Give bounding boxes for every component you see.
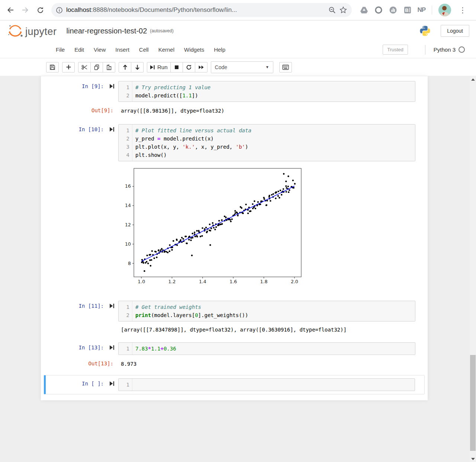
menubar-items: FileEditViewInsertCellKernelWidgetsHelp <box>51 44 230 55</box>
code-editor[interactable]: 12# Try predicting 1 valuemodel.predict(… <box>118 81 415 102</box>
cell-type-value: Code <box>215 64 227 70</box>
drive-extension-icon[interactable] <box>359 5 369 15</box>
jupyter-logo[interactable]: jupyter <box>7 23 57 38</box>
code-editor[interactable]: 17.83*1.1+0.36 <box>118 342 415 355</box>
page-info-icon[interactable] <box>54 4 65 16</box>
menubar-separator <box>425 45 425 55</box>
restart-kernel-button[interactable] <box>183 62 195 72</box>
menu-item-kernel[interactable]: Kernel <box>154 44 179 55</box>
stop-icon <box>174 65 179 70</box>
scroll-down-arrow[interactable] <box>470 456 476 462</box>
code-cell-1[interactable]: In [10]:1234# Plot fitted line versus ac… <box>41 124 428 161</box>
code-editor[interactable]: 1234# Plot fitted line versus actual dat… <box>118 124 415 161</box>
circle-extension-icon[interactable] <box>374 5 383 15</box>
interrupt-kernel-button[interactable] <box>170 62 183 72</box>
code-line: plt.plot(x, y, 'k.', x, y_pred, 'b') <box>135 143 412 151</box>
menu-item-view[interactable]: View <box>89 44 110 55</box>
code-editor[interactable]: 12# Get trained weightsprint(model.layer… <box>118 301 415 322</box>
add-cell-button[interactable] <box>62 62 75 72</box>
code-cell-4[interactable]: In [ ]:1 <box>44 375 425 394</box>
code-cell-0[interactable]: In [9]:12# Try predicting 1 valuemodel.p… <box>41 81 428 102</box>
address-bar[interactable]: localhost:8888/notebooks/Documents/Pytho… <box>51 3 352 17</box>
chevron-down-icon: ▼ <box>266 65 269 69</box>
keyboard-icon <box>282 65 289 70</box>
paste-icon <box>106 64 112 70</box>
line-number-gutter: 1234 <box>119 125 132 161</box>
prompt-column: In [9]: <box>41 83 118 89</box>
zoom-out-icon[interactable] <box>327 4 338 16</box>
notebook-toolbar: Run Code ▼ <box>0 58 476 76</box>
np-extension-label[interactable]: NP <box>417 6 425 14</box>
restart-run-all-button[interactable] <box>195 62 208 72</box>
menu-item-edit[interactable]: Edit <box>70 44 89 55</box>
cut-cell-button[interactable] <box>78 62 91 72</box>
notebook-container: In [9]:12# Try predicting 1 valuemodel.p… <box>41 76 428 400</box>
bookmark-star-icon[interactable] <box>338 4 349 16</box>
prompt-column: In [11]: <box>41 303 118 309</box>
output-text: [array([[7.8347898]], dtype=float32), ar… <box>118 325 347 334</box>
menu-item-help[interactable]: Help <box>209 44 230 55</box>
output-area: [array([[7.8347898]], dtype=float32), ar… <box>41 325 428 334</box>
line-number-gutter: 1 <box>119 343 132 355</box>
code-line: # Plot fitted line versus actual data <box>135 126 412 135</box>
prompt-column: In [10]: <box>41 126 118 132</box>
cell-type-dropdown[interactable]: Code ▼ <box>211 61 273 73</box>
run-icon <box>150 65 155 70</box>
svg-text:1.4: 1.4 <box>199 279 206 284</box>
run-cell-icon[interactable] <box>110 345 115 350</box>
browser-reload-button[interactable] <box>33 3 47 17</box>
scissors-icon <box>81 64 88 70</box>
code-cell-2[interactable]: In [11]:12# Get trained weightsprint(mod… <box>41 301 428 322</box>
paste-cell-button[interactable] <box>103 62 115 72</box>
vertical-scrollbar[interactable] <box>470 76 476 462</box>
scroll-up-arrow[interactable] <box>470 76 476 83</box>
notebook-site: In [9]:12# Try predicting 1 valuemodel.p… <box>0 76 470 462</box>
extensions-area: B NP ⋮ <box>356 4 472 16</box>
browser-back-button[interactable] <box>4 3 17 17</box>
code-content: # Get trained weightsprint(model.layers[… <box>132 301 415 321</box>
move-cell-up-button[interactable] <box>119 62 131 72</box>
run-cell-icon[interactable] <box>110 381 115 386</box>
stats-extension-icon[interactable] <box>388 5 398 15</box>
run-cell-icon[interactable] <box>110 84 115 89</box>
copy-cell-button[interactable] <box>90 62 103 72</box>
kernel-status-icon <box>459 46 465 53</box>
arrow-up-icon <box>122 64 128 70</box>
scrollbar-thumb[interactable] <box>470 355 476 451</box>
menu-item-cell[interactable]: Cell <box>134 44 154 55</box>
menu-item-widgets[interactable]: Widgets <box>179 44 209 55</box>
code-line: # Try predicting 1 value <box>135 83 412 91</box>
notebook-menubar: FileEditViewInsertCellKernelWidgetsHelp … <box>0 41 476 58</box>
trusted-badge[interactable]: Trusted <box>383 45 408 55</box>
jupyter-header: jupyter linear-regression-test-02 (autos… <box>0 20 476 41</box>
svg-text:2.0: 2.0 <box>291 279 298 284</box>
run-cell-icon[interactable] <box>110 127 115 132</box>
run-button-label: Run <box>157 64 168 70</box>
jupyter-logo-icon <box>7 23 24 38</box>
url-text[interactable]: localhost:8888/notebooks/Documents/Pytho… <box>65 6 327 14</box>
output-text: array([[8.98136]], dtype=float32) <box>118 106 224 115</box>
command-palette-button[interactable] <box>279 62 292 72</box>
jupyter-wordmark: jupyter <box>25 27 57 38</box>
output-prompt: Out[9]: <box>41 107 118 113</box>
logout-button[interactable]: Logout <box>441 25 469 37</box>
browser-forward-button[interactable] <box>19 3 32 17</box>
run-button[interactable]: Run <box>147 62 171 72</box>
code-editor[interactable]: 1 <box>118 378 415 391</box>
save-button[interactable] <box>46 62 59 72</box>
b-extension-icon[interactable]: B <box>403 5 412 15</box>
profile-avatar[interactable] <box>438 4 451 16</box>
menu-item-file[interactable]: File <box>51 44 70 55</box>
browser-menu-icon[interactable]: ⋮ <box>456 6 469 14</box>
browser-chrome: localhost:8888/notebooks/Documents/Pytho… <box>0 0 476 20</box>
input-prompt: In [11]: <box>79 303 104 309</box>
menu-item-insert[interactable]: Insert <box>110 44 134 55</box>
run-cell-icon[interactable] <box>110 303 115 308</box>
prompt-column: In [ ]: <box>46 381 118 387</box>
svg-text:12: 12 <box>125 222 131 227</box>
code-line: model.predict([1.1]) <box>135 91 412 100</box>
move-cell-down-button[interactable] <box>131 62 144 72</box>
notebook-title[interactable]: linear-regression-test-02 <box>67 27 147 35</box>
code-cell-3[interactable]: In [13]:17.83*1.1+0.36 <box>41 342 428 355</box>
save-icon <box>49 64 55 70</box>
